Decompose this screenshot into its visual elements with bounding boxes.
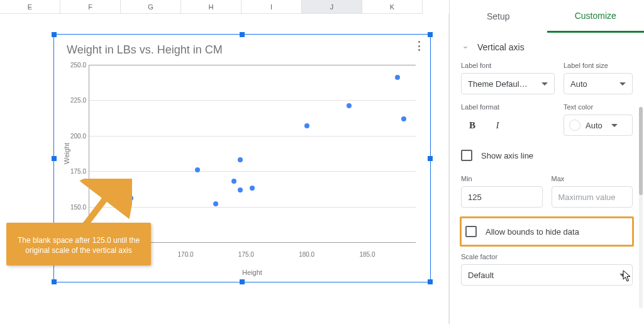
x-axis-label[interactable]: Height bbox=[89, 269, 416, 276]
gridline bbox=[89, 207, 416, 208]
y-axis-label[interactable]: Weight bbox=[63, 143, 70, 164]
resize-handle[interactable] bbox=[428, 156, 433, 161]
label-font-size-select[interactable]: Auto bbox=[564, 73, 633, 94]
show-axis-line-checkbox[interactable]: Show axis line bbox=[461, 145, 633, 166]
column-header[interactable]: H bbox=[181, 0, 242, 14]
color-swatch-icon bbox=[569, 120, 580, 131]
caret-down-icon bbox=[619, 82, 626, 86]
caret-down-icon bbox=[541, 82, 548, 86]
scrollbar-thumb[interactable] bbox=[639, 107, 643, 195]
text-color-select[interactable]: Auto bbox=[564, 115, 633, 136]
vertical-axis-panel: Label font Theme Defaul… Label font size… bbox=[450, 62, 644, 293]
data-point[interactable] bbox=[128, 196, 133, 201]
column-header[interactable]: F bbox=[60, 0, 121, 14]
data-point[interactable] bbox=[401, 116, 406, 121]
tab-setup[interactable]: Setup bbox=[450, 0, 547, 33]
resize-handle[interactable] bbox=[52, 32, 57, 37]
data-point[interactable] bbox=[395, 75, 400, 80]
annotation-callout: The blank space after 125.0 until the or… bbox=[6, 223, 151, 265]
caret-down-icon bbox=[611, 124, 618, 127]
section-title: Vertical axis bbox=[477, 42, 525, 52]
max-input[interactable]: Maximum value bbox=[552, 186, 633, 208]
data-point[interactable] bbox=[304, 123, 309, 128]
text-color-label: Text color bbox=[564, 103, 633, 111]
sidebar-tabs: Setup Customize bbox=[450, 0, 644, 33]
min-label: Min bbox=[461, 175, 543, 182]
chart-menu-icon[interactable] bbox=[414, 41, 424, 51]
resize-handle[interactable] bbox=[52, 156, 57, 161]
checkbox-icon bbox=[465, 226, 477, 237]
x-tick-label: 185.0 bbox=[359, 251, 375, 258]
y-tick-label: 200.0 bbox=[61, 132, 86, 139]
chart-editor-sidebar: Setup Customize Vertical axis Label font… bbox=[449, 0, 644, 324]
y-tick-label: 150.0 bbox=[61, 203, 86, 210]
resize-handle[interactable] bbox=[52, 279, 57, 284]
column-header[interactable]: I bbox=[242, 0, 302, 14]
italic-button[interactable]: I bbox=[486, 115, 509, 136]
chevron-down-icon bbox=[461, 43, 470, 52]
scale-factor-select[interactable]: Default bbox=[461, 264, 633, 286]
label-font-size-label: Label font size bbox=[564, 62, 633, 69]
annotation-highlight: Allow bounds to hide data bbox=[460, 216, 634, 247]
annotation-text: The blank space after 125.0 until the or… bbox=[18, 236, 140, 255]
section-vertical-axis[interactable]: Vertical axis bbox=[450, 33, 644, 62]
gridline bbox=[89, 65, 416, 65]
gridline bbox=[89, 171, 416, 172]
bold-button[interactable]: B bbox=[461, 115, 484, 136]
y-tick-label: 225.0 bbox=[61, 97, 86, 104]
data-point[interactable] bbox=[231, 179, 236, 184]
chart-plot-area: 125.0150.0175.0200.0225.0250.0 bbox=[89, 65, 416, 242]
chart-title[interactable]: Weight in LBs vs. Height in CM bbox=[67, 43, 223, 57]
allow-bounds-label: Allow bounds to hide data bbox=[486, 227, 579, 237]
show-axis-line-label: Show axis line bbox=[481, 151, 533, 160]
label-font-value: Theme Defaul… bbox=[468, 79, 528, 89]
label-font-select[interactable]: Theme Defaul… bbox=[461, 73, 555, 94]
scale-factor-value: Default bbox=[468, 271, 494, 280]
sheet-canvas[interactable]: Weight in LBs vs. Height in CM 125.0150.… bbox=[0, 14, 449, 324]
data-point[interactable] bbox=[238, 157, 243, 162]
label-font-label: Label font bbox=[461, 62, 555, 69]
text-color-value: Auto bbox=[586, 121, 602, 130]
data-point[interactable] bbox=[250, 186, 255, 191]
x-tick-label: 175.0 bbox=[238, 251, 254, 258]
column-header[interactable]: K bbox=[362, 0, 423, 14]
x-tick-label: 170.0 bbox=[178, 251, 194, 258]
resize-handle[interactable] bbox=[428, 279, 433, 284]
column-header[interactable]: J bbox=[302, 0, 362, 14]
gridline bbox=[89, 100, 416, 101]
label-format-label: Label format bbox=[461, 103, 555, 111]
x-tick-label: 180.0 bbox=[299, 251, 314, 258]
column-headers: EFGHIJK bbox=[0, 0, 449, 14]
label-font-size-value: Auto bbox=[570, 79, 587, 89]
caret-down-icon bbox=[619, 274, 626, 277]
gridline bbox=[89, 136, 416, 137]
y-tick-label: 175.0 bbox=[61, 168, 86, 175]
checkbox-icon bbox=[461, 150, 472, 161]
tab-customize[interactable]: Customize bbox=[547, 0, 645, 33]
data-point[interactable] bbox=[238, 187, 243, 193]
scale-factor-label: Scale factor bbox=[461, 253, 633, 260]
data-point[interactable] bbox=[213, 201, 218, 206]
y-tick-label: 250.0 bbox=[61, 62, 86, 69]
resize-handle[interactable] bbox=[240, 32, 245, 37]
y-axis-line bbox=[89, 65, 89, 242]
max-label: Max bbox=[552, 175, 633, 182]
spreadsheet-area: EFGHIJK Weight in LBs vs. Height in CM 1… bbox=[0, 0, 449, 324]
column-header[interactable]: E bbox=[0, 0, 60, 14]
allow-bounds-checkbox[interactable]: Allow bounds to hide data bbox=[462, 221, 631, 242]
resize-handle[interactable] bbox=[240, 279, 245, 284]
min-input[interactable]: 125 bbox=[461, 186, 543, 208]
data-point[interactable] bbox=[347, 103, 352, 108]
data-point[interactable] bbox=[195, 167, 200, 172]
resize-handle[interactable] bbox=[428, 32, 433, 37]
column-header[interactable]: G bbox=[121, 0, 181, 14]
